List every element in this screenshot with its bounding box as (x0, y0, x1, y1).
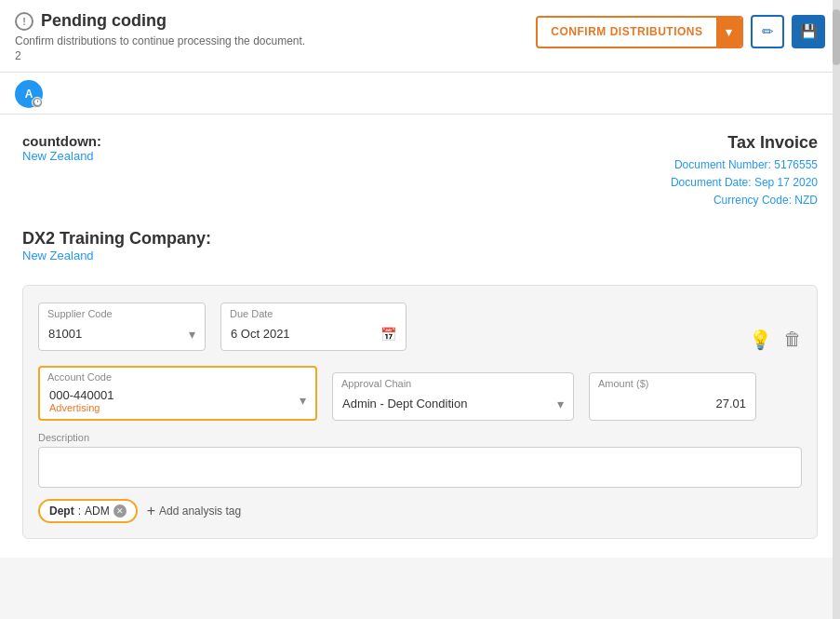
invoice-header: countdown: New Zealand Tax Invoice Docum… (22, 133, 818, 210)
header-subtitle: Confirm distributions to continue proces… (15, 34, 305, 47)
approval-chain-field: Approval Chain Admin - Dept Condition ▾ (332, 372, 574, 421)
edit-button[interactable]: ✏ (751, 15, 784, 48)
calendar-icon[interactable]: 📅 (380, 327, 396, 342)
document-number-line: Document Number: 5176555 (671, 156, 818, 174)
add-tag-plus-icon: + (147, 503, 155, 519)
vendor-country: New Zealand (22, 149, 101, 163)
account-code-field: Account Code 000-440001 Advertising ▾ (38, 366, 317, 421)
scrollbar-thumb[interactable] (833, 9, 840, 65)
due-date-field: Due Date 6 Oct 2021 📅 (220, 303, 407, 351)
due-date-value: 6 Oct 2021 (231, 327, 290, 341)
tag-separator: : (78, 505, 81, 518)
amount-value: 27.01 (715, 397, 746, 410)
account-code-dropdown-icon[interactable]: ▾ (300, 393, 306, 408)
confirm-distributions-button[interactable]: CONFIRM DISTRIBUTIONS ▾ (536, 16, 743, 48)
avatar-badge: 🕐 (32, 97, 43, 108)
approval-chain-dropdown-icon[interactable]: ▾ (557, 397, 564, 411)
header-left: ! Pending coding Confirm distributions t… (15, 11, 305, 62)
tag-close-button[interactable]: ✕ (113, 505, 127, 518)
header-right: CONFIRM DISTRIBUTIONS ▾ ✏ 💾 (536, 15, 825, 48)
vendor-label: countdown: (22, 133, 101, 149)
vendor-section: DX2 Training Company: New Zealand (22, 229, 818, 262)
avatar-row: A 🕐 (0, 73, 840, 114)
approval-chain-value: Admin - Dept Condition (342, 397, 467, 410)
supplier-code-dropdown-icon[interactable]: ▾ (189, 327, 195, 342)
account-code-value: 000-440001 (49, 388, 113, 402)
amount-field: Amount ($) 27.01 (589, 372, 756, 421)
page-title-text: Pending coding (41, 11, 167, 31)
currency-code-line: Currency Code: NZD (671, 192, 818, 209)
header-count: 2 (15, 49, 305, 62)
due-date-label: Due Date (230, 308, 273, 319)
save-button[interactable]: 💾 (792, 15, 825, 48)
avatar: A 🕐 (15, 80, 43, 108)
dept-tag: Dept : ADM ✕ (38, 499, 138, 523)
warning-icon: ! (15, 12, 33, 31)
supplier-code-field: Supplier Code 81001 ▾ (38, 303, 206, 351)
confirm-distributions-label[interactable]: CONFIRM DISTRIBUTIONS (538, 18, 715, 46)
tag-key: Dept (49, 505, 74, 518)
amount-label: Amount ($) (598, 378, 648, 389)
document-date-label: Document Date: (671, 176, 752, 189)
document-number-label: Document Number: (674, 158, 771, 171)
confirm-distributions-arrow[interactable]: ▾ (716, 18, 742, 47)
form-card: Supplier Code 81001 ▾ Due Date 6 Oct 202… (22, 285, 818, 539)
description-label: Description (38, 432, 802, 443)
tags-row: Dept : ADM ✕ + Add analysis tag (38, 499, 802, 523)
supplier-code-label: Supplier Code (47, 308, 113, 319)
approval-chain-label: Approval Chain (341, 378, 411, 389)
currency-code-label: Currency Code: (713, 194, 792, 207)
account-code-label: Account Code (47, 371, 112, 383)
tax-invoice-title: Tax Invoice (671, 133, 818, 153)
document-date-line: Document Date: Sep 17 2020 (671, 174, 818, 192)
invoice-left: countdown: New Zealand (22, 133, 101, 210)
edit-icon: ✏ (762, 23, 774, 40)
vendor-company-country: New Zealand (22, 249, 818, 262)
add-analysis-tag-button[interactable]: + Add analysis tag (147, 503, 241, 519)
invoice-right: Tax Invoice Document Number: 5176555 Doc… (671, 133, 818, 210)
field-actions: 💡 🗑 (749, 329, 802, 351)
form-row-2: Account Code 000-440001 Advertising ▾ Ap… (38, 366, 802, 421)
add-tag-label: Add analysis tag (159, 505, 241, 518)
page-title: ! Pending coding (15, 11, 305, 31)
vendor-company-name: DX2 Training Company: (22, 229, 818, 249)
tag-value: ADM (85, 505, 110, 518)
main-content: countdown: New Zealand Tax Invoice Docum… (0, 114, 840, 558)
header-bar: ! Pending coding Confirm distributions t… (0, 0, 840, 73)
save-icon: 💾 (800, 23, 818, 40)
supplier-code-value: 81001 (48, 327, 82, 341)
delete-icon[interactable]: 🗑 (783, 329, 802, 350)
currency-code-value: NZD (794, 194, 818, 207)
document-number-value: 5176555 (774, 158, 818, 171)
scrollbar[interactable] (833, 0, 840, 619)
form-row-1: Supplier Code 81001 ▾ Due Date 6 Oct 202… (38, 303, 802, 351)
account-code-content: 000-440001 Advertising (49, 388, 113, 413)
account-code-sub: Advertising (49, 402, 113, 413)
description-wrapper[interactable] (38, 447, 802, 488)
lightbulb-icon[interactable]: 💡 (749, 329, 772, 351)
description-field: Description (38, 432, 802, 488)
document-date-value: Sep 17 2020 (754, 176, 818, 189)
